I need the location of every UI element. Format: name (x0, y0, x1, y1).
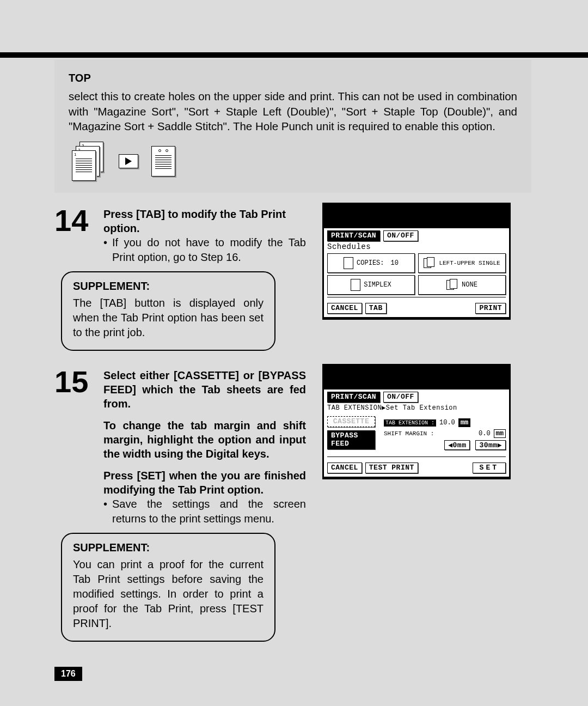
step-15-para1: To change the tab margin and shift margi… (103, 418, 306, 461)
arrow-right-icon (119, 154, 138, 168)
lcd-body: PRINT/SCAN ON/OFF Schedules COPIES: 10 L… (324, 228, 509, 317)
tab-extension-label: TAB EXTENSION : (384, 419, 436, 427)
range-row: ◀ 0mm 30mm ▶ (384, 440, 506, 450)
lcd-black-bar (324, 366, 509, 389)
step-15-supplement: SUPPLEMENT: You can print a proof for th… (61, 533, 275, 642)
lcd-body: PRINT/SCAN ON/OFF TAB EXTENSION▶Set Tab … (324, 389, 509, 477)
cassette-button[interactable]: CASSETTE (327, 416, 375, 427)
lcd-divider (327, 457, 506, 457)
lcd-screenshot-1: PRINT/SCAN ON/OFF Schedules COPIES: 10 L… (322, 203, 511, 320)
staple-value: LEFT-UPPER SINGLE (439, 260, 500, 266)
step-14-row: 14 Press [TAB] to modify the Tab Print o… (54, 203, 531, 351)
test-print-button[interactable]: TEST PRINT (365, 462, 418, 473)
lcd-tabs: PRINT/SCAN ON/OFF (327, 392, 506, 403)
none-label: NONE (462, 281, 477, 289)
copies-cell[interactable]: COPIES: 10 (327, 253, 415, 273)
lcd-tabs: PRINT/SCAN ON/OFF (327, 230, 506, 241)
page-content: TOP select this to create holes on the u… (54, 60, 531, 655)
step-15: 15 Select either [CASSETTE] or [BYPASS F… (54, 368, 306, 526)
staple-icon (424, 257, 436, 269)
lcd-row-1: COPIES: 10 LEFT-UPPER SINGLE (327, 253, 506, 273)
shift-margin-label: SHIFT MARGIN : (384, 430, 434, 437)
tab-extension-row: TAB EXTENSION : 10.0 mm (384, 418, 506, 427)
step-15-para2: Press [SET] when the you are finished mo… (103, 468, 306, 497)
onoff-button[interactable]: ON/OFF (383, 392, 418, 403)
bullet-marker: • (103, 235, 112, 265)
margin-column: TAB EXTENSION : 10.0 mm SHIFT MARGIN : 0… (384, 416, 506, 452)
shift-margin-value: 0.0 (479, 430, 491, 437)
staple-cell[interactable]: LEFT-UPPER SINGLE (418, 253, 506, 273)
lcd-frame: PRINT/SCAN ON/OFF TAB EXTENSION▶Set Tab … (322, 364, 511, 479)
tab-button[interactable]: TAB (365, 303, 387, 314)
lcd-frame: PRINT/SCAN ON/OFF Schedules COPIES: 10 L… (322, 203, 511, 320)
lcd-screenshot-2: PRINT/SCAN ON/OFF TAB EXTENSION▶Set Tab … (322, 364, 511, 479)
min-button[interactable]: ◀ 0mm (444, 440, 470, 450)
tab-extension-value: 10.0 (439, 419, 455, 427)
cancel-button[interactable]: CANCEL (327, 303, 362, 314)
step-15-row: 15 Select either [CASSETTE] or [BYPASS F… (54, 364, 531, 642)
top-illustration: 3 2 1 (72, 142, 517, 181)
onoff-button[interactable]: ON/OFF (383, 230, 418, 241)
step-14-supplement: SUPPLEMENT: The [TAB] button is displaye… (61, 271, 275, 351)
mm-unit: mm (494, 429, 506, 438)
page-number: 176 (54, 667, 82, 681)
lcd-row-2: SIMPLEX NONE (327, 275, 506, 295)
none-cell[interactable]: NONE (418, 275, 506, 295)
shift-margin-row: SHIFT MARGIN : 0.0 mm (384, 429, 506, 438)
lcd-breadcrumb: TAB EXTENSION▶Set Tab Extension (327, 404, 506, 412)
step-15-body: Select either [CASSETTE] or [BYPASS FEED… (103, 368, 306, 526)
lcd2-content: CASSETTE BYPASS FEED TAB EXTENSION : 10.… (327, 416, 506, 452)
supplement-text: The [TAB] button is displayed only when … (73, 296, 264, 340)
supplement-title: SUPPLEMENT: (73, 280, 264, 293)
simplex-icon (351, 279, 360, 291)
max-button[interactable]: 30mm ▶ (475, 440, 506, 450)
simplex-label: SIMPLEX (364, 281, 391, 289)
mm-unit: mm (458, 418, 470, 427)
pages-stack-icon: 3 2 1 (72, 142, 106, 181)
step-14-body: Press [TAB] to modify the Tab Print opti… (103, 207, 306, 265)
print-scan-button[interactable]: PRINT/SCAN (327, 392, 380, 403)
top-section: TOP select this to create holes on the u… (54, 60, 531, 193)
cancel-button[interactable]: CANCEL (327, 462, 362, 473)
simplex-cell[interactable]: SIMPLEX (327, 275, 415, 295)
step-14-bullet: • If you do not have to modify the Tab P… (103, 235, 306, 265)
copies-label: COPIES: (357, 259, 384, 267)
document-icon (344, 257, 353, 269)
step-14-bullet-text: If you do not have to modify the Tab Pri… (112, 235, 306, 265)
step-15-bullet: • Save the settings and the screen retur… (103, 497, 306, 526)
step-14-title: Press [TAB] to modify the Tab Print opti… (103, 207, 306, 235)
set-button[interactable]: SET (473, 462, 506, 473)
step-15-left: 15 Select either [CASSETTE] or [BYPASS F… (54, 364, 306, 642)
top-text: select this to create holes on the upper… (69, 89, 517, 134)
step-14-number: 14 (54, 207, 94, 265)
none-icon (446, 279, 458, 291)
copies-value: 10 (391, 259, 399, 267)
supplement-title: SUPPLEMENT: (73, 541, 264, 554)
step-15-bullet-text: Save the settings and the screen returns… (112, 497, 306, 526)
step-15-number: 15 (54, 368, 94, 526)
bullet-marker: • (103, 497, 112, 526)
print-scan-button[interactable]: PRINT/SCAN (327, 230, 380, 241)
feed-column: CASSETTE BYPASS FEED (327, 416, 375, 452)
hole-punch-page-icon (151, 146, 175, 176)
step-14-left: 14 Press [TAB] to modify the Tab Print o… (54, 203, 306, 351)
lcd-actions: CANCEL TAB PRINT (327, 303, 506, 314)
lcd-divider (327, 297, 506, 297)
bypass-feed-button[interactable]: BYPASS FEED (327, 430, 375, 449)
step-15-title: Select either [CASSETTE] or [BYPASS FEED… (103, 368, 306, 411)
top-title: TOP (69, 72, 517, 84)
lcd-subtitle: Schedules (327, 242, 506, 251)
header-rule (0, 52, 588, 58)
supplement-text: You can print a proof for the current Ta… (73, 557, 264, 631)
lcd-actions: CANCEL TEST PRINT SET (327, 462, 506, 473)
print-button[interactable]: PRINT (475, 303, 506, 314)
step-14: 14 Press [TAB] to modify the Tab Print o… (54, 207, 306, 265)
lcd-black-bar (324, 204, 509, 228)
